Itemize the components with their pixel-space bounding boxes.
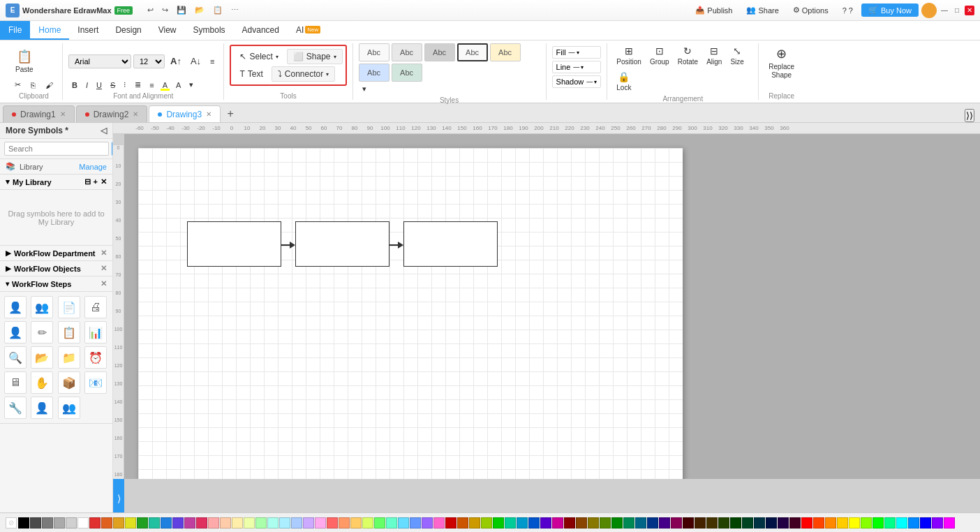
tab-close-2[interactable]: ✕ xyxy=(133,110,138,118)
lock-button[interactable]: 🔒 Lock xyxy=(613,69,634,94)
color-swatch-69[interactable] xyxy=(837,517,848,529)
shape-box-3[interactable] xyxy=(403,221,498,267)
align-more-button[interactable]: ≡ xyxy=(146,80,157,91)
tab-close-1[interactable]: ✕ xyxy=(60,110,66,118)
user-avatar[interactable] xyxy=(921,3,937,18)
symbol-16[interactable]: 📧 xyxy=(84,371,107,394)
font-settings-button[interactable]: ▾ xyxy=(186,79,197,91)
line-dropdown[interactable]: Line — ▾ xyxy=(552,61,602,73)
symbol-3[interactable]: 📄 xyxy=(58,296,80,318)
color-swatch-24[interactable] xyxy=(303,517,314,529)
color-swatch-60[interactable] xyxy=(730,517,741,529)
color-swatch-6[interactable] xyxy=(89,517,101,529)
menu-home[interactable]: Home xyxy=(30,21,69,40)
shape-box-1[interactable] xyxy=(187,221,281,267)
color-swatch-7[interactable] xyxy=(101,517,112,529)
symbol-12[interactable]: ⏰ xyxy=(84,346,107,369)
rotate-button[interactable]: ↻ Rotate xyxy=(674,43,701,68)
collapse-my-library-icon[interactable]: ⊟ xyxy=(84,177,91,186)
workflow-dept-header[interactable]: ▶ WorkFlow Department ✕ xyxy=(0,246,112,261)
underline-button[interactable]: U xyxy=(93,80,105,91)
color-swatch-53[interactable] xyxy=(647,517,658,529)
color-swatch-13[interactable] xyxy=(172,517,184,529)
font-increase-button[interactable]: A↑ xyxy=(167,54,185,68)
color-swatch-23[interactable] xyxy=(291,517,302,529)
color-swatch-42[interactable] xyxy=(517,517,528,529)
color-swatch-16[interactable] xyxy=(208,517,219,529)
panel-collapse-icon[interactable]: ◁ xyxy=(101,126,107,135)
search-input[interactable] xyxy=(4,142,109,156)
menu-ai[interactable]: AI New xyxy=(288,21,329,40)
tab-drawing1[interactable]: Drawing1 ✕ xyxy=(3,105,75,122)
symbol-7[interactable]: 📋 xyxy=(58,321,80,343)
style-btn-4[interactable]: Abc xyxy=(457,43,488,61)
cut-button[interactable]: ✂ xyxy=(11,79,24,91)
bold-button[interactable]: B xyxy=(68,80,81,91)
color-swatch-11[interactable] xyxy=(149,517,160,529)
color-swatch-22[interactable] xyxy=(279,517,290,529)
color-swatch-63[interactable] xyxy=(766,517,777,529)
color-swatch-21[interactable] xyxy=(267,517,279,529)
symbol-11[interactable]: 📁 xyxy=(58,346,80,369)
redo-button[interactable]: ↪ xyxy=(158,4,172,16)
color-swatch-52[interactable] xyxy=(635,517,646,529)
color-swatch-71[interactable] xyxy=(861,517,872,529)
color-swatch-48[interactable] xyxy=(588,517,599,529)
symbol-5[interactable]: 👤 xyxy=(4,321,27,343)
text-tool-button[interactable]: T Text xyxy=(234,67,268,81)
color-swatch-34[interactable] xyxy=(422,517,433,529)
style-btn-6[interactable]: Abc xyxy=(359,64,389,82)
color-swatch-70[interactable] xyxy=(849,517,860,529)
color-swatch-5[interactable] xyxy=(77,517,89,529)
color-swatch-28[interactable] xyxy=(350,517,362,529)
color-swatch-38[interactable] xyxy=(469,517,480,529)
color-swatch-35[interactable] xyxy=(433,517,445,529)
symbol-6[interactable]: ✏ xyxy=(31,321,53,343)
minimize-button[interactable]: — xyxy=(940,6,949,15)
select-tool-button[interactable]: ↖ Select ▾ xyxy=(234,50,283,64)
close-button[interactable]: ✕ xyxy=(965,6,974,15)
publish-button[interactable]: 📤 Publish xyxy=(690,3,738,17)
tab-close-3[interactable]: ✕ xyxy=(206,110,211,118)
style-btn-3[interactable]: Abc xyxy=(424,43,455,61)
color-swatch-25[interactable] xyxy=(315,517,326,529)
shadow-dropdown[interactable]: Shadow — ▾ xyxy=(552,75,602,88)
menu-insert[interactable]: Insert xyxy=(69,21,107,40)
color-swatch-1[interactable] xyxy=(30,517,41,529)
symbol-17[interactable]: 🔧 xyxy=(4,397,27,419)
canvas-page[interactable] xyxy=(138,148,683,479)
group-button[interactable]: ⊡ Group xyxy=(646,43,673,68)
font-family-select[interactable]: Arial Times New Roman Calibri xyxy=(68,54,131,68)
help-button[interactable]: ? ? xyxy=(837,4,859,17)
right-panel-btn[interactable]: ⟩ xyxy=(113,485,124,512)
color-swatch-50[interactable] xyxy=(611,517,623,529)
strikethrough-button[interactable]: S xyxy=(107,80,119,91)
new-button[interactable]: 📋 xyxy=(209,4,226,16)
maximize-button[interactable]: □ xyxy=(952,6,962,15)
color-swatch-3[interactable] xyxy=(54,517,65,529)
color-swatch-15[interactable] xyxy=(196,517,207,529)
color-swatch-61[interactable] xyxy=(742,517,753,529)
color-swatch-8[interactable] xyxy=(113,517,124,529)
size-button[interactable]: ⤡ Size xyxy=(727,43,747,68)
style-btn-7[interactable]: Abc xyxy=(392,64,422,82)
color-swatch-27[interactable] xyxy=(339,517,350,529)
color-swatch-4[interactable] xyxy=(66,517,77,529)
color-swatch-40[interactable] xyxy=(493,517,504,529)
color-swatch-62[interactable] xyxy=(754,517,765,529)
symbol-18[interactable]: 👤 xyxy=(31,397,53,419)
open-button[interactable]: 📂 xyxy=(191,4,208,16)
color-swatch-58[interactable] xyxy=(706,517,718,529)
color-swatch-64[interactable] xyxy=(778,517,789,529)
color-swatch-44[interactable] xyxy=(540,517,551,529)
menu-file[interactable]: File xyxy=(0,21,30,40)
save-button[interactable]: 💾 xyxy=(173,4,190,16)
font-decrease-button[interactable]: A↓ xyxy=(187,54,205,68)
color-swatch-78[interactable] xyxy=(944,517,955,529)
symbol-15[interactable]: 📦 xyxy=(58,371,80,394)
color-swatch-10[interactable] xyxy=(137,517,148,529)
replace-shape-button[interactable]: ⊕ ReplaceShape xyxy=(764,43,799,82)
canvas[interactable] xyxy=(124,134,980,479)
align-button[interactable]: ≡ xyxy=(207,56,218,67)
color-swatch-75[interactable] xyxy=(908,517,919,529)
